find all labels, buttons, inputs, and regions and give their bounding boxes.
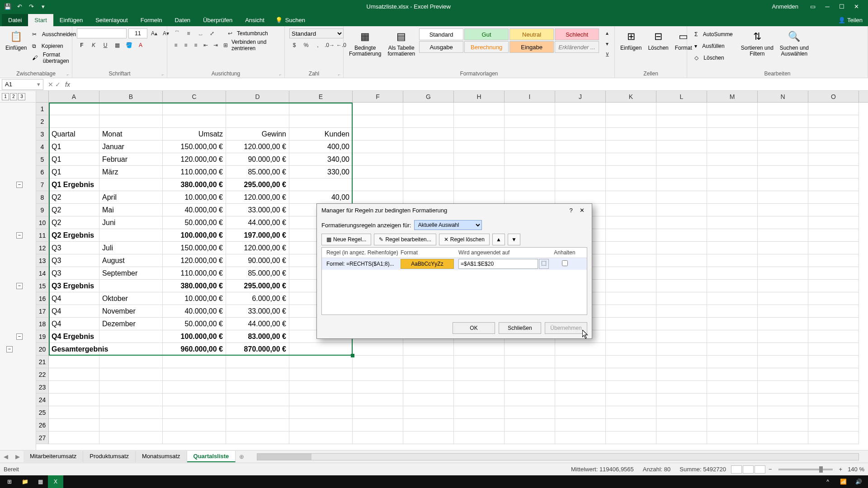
column-header-K[interactable]: K [606, 91, 656, 102]
cell[interactable] [555, 153, 606, 166]
sheet-nav-next-icon[interactable]: ▶ [12, 453, 24, 460]
volume-icon[interactable]: 🔊 [851, 475, 866, 488]
column-header-J[interactable]: J [555, 91, 606, 102]
cell[interactable] [758, 432, 808, 444]
cell[interactable]: 295.000,00 € [226, 280, 289, 292]
share-button[interactable]: 👤 Teilen [833, 14, 868, 26]
cell[interactable]: 120.000,00 € [163, 153, 226, 166]
cell[interactable] [226, 394, 289, 406]
cell[interactable] [99, 419, 163, 432]
cell[interactable]: Juni [99, 216, 163, 229]
cell[interactable]: Q1 [49, 153, 99, 166]
cell[interactable]: 85.000,00 € [226, 166, 289, 178]
cell[interactable] [808, 292, 859, 305]
cell[interactable] [656, 153, 707, 166]
cell[interactable] [49, 103, 99, 115]
cell[interactable] [505, 115, 555, 128]
cell[interactable] [606, 292, 656, 305]
account-link[interactable]: Anmelden [772, 3, 798, 10]
cell[interactable] [403, 406, 454, 419]
cell[interactable] [808, 394, 859, 406]
cell[interactable] [555, 432, 606, 444]
cell[interactable] [49, 394, 99, 406]
cell[interactable] [606, 305, 656, 318]
font-launcher-icon[interactable]: ⌐ [162, 72, 164, 77]
cell[interactable] [99, 178, 163, 191]
column-header-L[interactable]: L [656, 91, 707, 102]
cell[interactable] [403, 153, 454, 166]
fill-handle[interactable] [351, 354, 354, 357]
insert-cells-button[interactable]: ⊞Einfügen [618, 28, 644, 52]
cell[interactable] [163, 356, 226, 368]
cell[interactable] [606, 229, 656, 242]
cell[interactable] [606, 330, 656, 343]
cell[interactable] [606, 128, 656, 141]
cell[interactable] [289, 178, 353, 191]
cell[interactable] [758, 141, 808, 153]
cell[interactable]: Q4 Ergebnis [49, 330, 99, 343]
dialog-close-button[interactable]: ✕ [576, 207, 587, 214]
column-header-D[interactable]: D [226, 91, 289, 102]
tab-page-layout[interactable]: Seitenlayout [89, 14, 134, 26]
align-launcher-icon[interactable]: ⌐ [279, 72, 282, 77]
column-header-H[interactable]: H [454, 91, 505, 102]
cell[interactable] [758, 103, 808, 115]
cell[interactable] [707, 292, 758, 305]
stop-if-true-checkbox[interactable] [562, 260, 568, 266]
ribbon-display-icon[interactable]: ▭ [807, 3, 819, 10]
dialog-apply-button[interactable]: Übernehmen [545, 322, 587, 334]
tab-formulas[interactable]: Formeln [134, 14, 169, 26]
page-break-view-button[interactable] [755, 465, 765, 474]
cell[interactable] [758, 229, 808, 242]
find-select-button[interactable]: 🔍Suchen und Auswählen [777, 28, 811, 58]
zoom-out-button[interactable]: − [766, 466, 775, 473]
cell[interactable]: Q3 [49, 254, 99, 267]
zoom-in-button[interactable]: + [836, 466, 845, 473]
cell[interactable]: 120.000,00 € [226, 242, 289, 254]
styles-scroll-down-icon[interactable]: ▾ [602, 39, 612, 49]
cell[interactable]: Q3 Ergebnis [49, 280, 99, 292]
cell[interactable] [99, 229, 163, 242]
cell[interactable] [454, 381, 505, 394]
cell[interactable]: Juli [99, 242, 163, 254]
cell[interactable] [403, 191, 454, 204]
move-rule-down-button[interactable]: ▼ [508, 234, 520, 245]
row-header[interactable]: 24 [36, 394, 49, 406]
outline-level-1[interactable]: 1 [2, 93, 9, 100]
cell[interactable] [707, 254, 758, 267]
cell[interactable] [403, 103, 454, 115]
tab-file[interactable]: Datei [2, 14, 28, 26]
cell[interactable] [505, 128, 555, 141]
maximize-icon[interactable]: ☐ [835, 3, 848, 10]
align-bottom-icon[interactable]: ⎵ [195, 28, 205, 38]
style-gut[interactable]: Gut [464, 28, 509, 40]
number-launcher-icon[interactable]: ⌐ [338, 72, 340, 77]
enter-formula-icon[interactable]: ✓ [55, 81, 61, 88]
cell[interactable] [353, 166, 403, 178]
cell[interactable] [99, 103, 163, 115]
cell[interactable] [707, 242, 758, 254]
range-picker-button[interactable]: ⬚ [539, 259, 549, 269]
cell[interactable] [505, 166, 555, 178]
cell[interactable] [808, 356, 859, 368]
cell[interactable]: Dezember [99, 318, 163, 330]
cell[interactable] [606, 356, 656, 368]
app-icon[interactable]: ▦ [33, 475, 48, 488]
dialog-cancel-button[interactable]: Schließen [499, 322, 541, 334]
cell[interactable] [403, 432, 454, 444]
number-format-select[interactable]: Standard [289, 28, 344, 38]
cell[interactable] [808, 178, 859, 191]
cell[interactable] [656, 406, 707, 419]
column-header-I[interactable]: I [505, 91, 555, 102]
cell[interactable] [808, 166, 859, 178]
delete-cells-button[interactable]: ⊟Löschen [645, 28, 671, 52]
cell[interactable] [656, 280, 707, 292]
cell[interactable] [758, 356, 808, 368]
cell[interactable] [808, 406, 859, 419]
cell[interactable] [163, 432, 226, 444]
cell[interactable] [403, 368, 454, 381]
style-standard[interactable]: Standard [419, 28, 463, 40]
cell[interactable] [49, 432, 99, 444]
cell[interactable] [454, 103, 505, 115]
cell[interactable] [707, 229, 758, 242]
